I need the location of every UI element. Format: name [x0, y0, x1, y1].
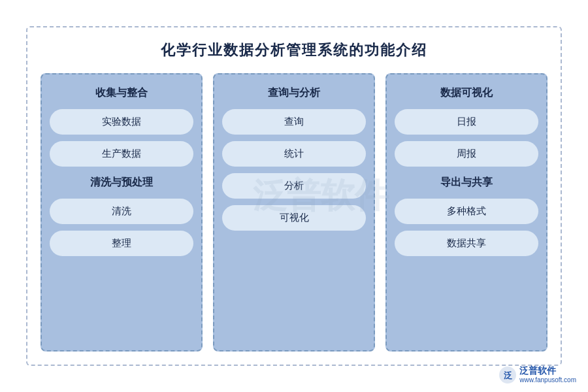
- item-stats: 统计: [222, 141, 366, 167]
- section-title-collect: 收集与整合: [50, 84, 193, 103]
- outer-container: 化学行业数据分析管理系统的功能介绍 收集与整合 实验数据 生产数据 清洗与预处理…: [26, 26, 562, 366]
- logo-url: www.fanpusoft.com: [519, 376, 576, 384]
- section-title-dataviz: 数据可视化: [395, 84, 538, 103]
- svg-text:泛: 泛: [504, 370, 513, 380]
- logo-name: 泛普软件: [519, 365, 576, 376]
- section-title-export: 导出与共享: [395, 173, 538, 192]
- logo: 泛 泛普软件 www.fanpusoft.com: [498, 365, 576, 384]
- logo-icon: 泛: [498, 366, 517, 384]
- columns-wrapper: 收集与整合 实验数据 生产数据 清洗与预处理 清洗 整理 查询与分析 查询 统计…: [41, 73, 547, 351]
- item-daily: 日报: [395, 109, 538, 135]
- main-title: 化学行业数据分析管理系统的功能介绍: [161, 41, 427, 60]
- item-visual: 可视化: [222, 205, 366, 231]
- item-sharing: 数据共享: [395, 231, 538, 256]
- item-query: 查询: [222, 109, 366, 135]
- item-clean: 清洗: [50, 199, 193, 224]
- column-3: 数据可视化 日报 周报 导出与共享 多种格式 数据共享: [385, 73, 547, 351]
- item-lab-data: 实验数据: [50, 109, 193, 135]
- item-weekly: 周报: [395, 141, 538, 167]
- logo-text-wrapper: 泛普软件 www.fanpusoft.com: [519, 365, 576, 384]
- section-title-query: 查询与分析: [222, 84, 366, 103]
- item-analysis: 分析: [222, 173, 366, 199]
- item-formats: 多种格式: [395, 199, 538, 224]
- item-organize: 整理: [50, 231, 193, 256]
- section-title-clean: 清洗与预处理: [50, 173, 193, 192]
- column-1: 收集与整合 实验数据 生产数据 清洗与预处理 清洗 整理: [41, 73, 203, 351]
- item-prod-data: 生产数据: [50, 141, 193, 167]
- column-2: 查询与分析 查询 统计 分析 可视化: [213, 73, 375, 351]
